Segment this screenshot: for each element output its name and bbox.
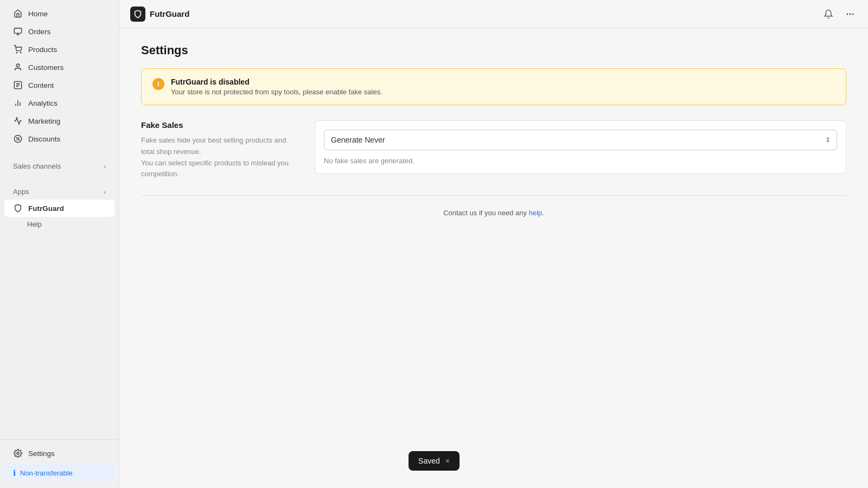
main-panel: FutrGuard Settings ! FutrGuard is disabl… bbox=[119, 0, 868, 488]
sidebar-item-orders[interactable]: Orders bbox=[4, 23, 114, 40]
content-area: Settings ! FutrGuard is disabled Your st… bbox=[119, 28, 868, 488]
no-fake-sales-text: No fake sales are generated. bbox=[324, 157, 837, 165]
sidebar-item-home-label: Home bbox=[28, 10, 48, 18]
toast-notification: Saved × bbox=[409, 451, 459, 471]
topbar-right bbox=[821, 7, 857, 21]
sidebar-item-home[interactable]: Home bbox=[4, 5, 114, 22]
svg-point-15 bbox=[16, 137, 17, 138]
sidebar-item-marketing-label: Marketing bbox=[28, 117, 60, 125]
page-title: Settings bbox=[141, 43, 846, 57]
fake-sales-description: Fake sales hide your best selling produc… bbox=[141, 135, 293, 180]
orders-icon bbox=[13, 27, 23, 36]
contact-period: . bbox=[542, 209, 544, 217]
toast-message: Saved bbox=[418, 457, 440, 465]
home-icon bbox=[13, 9, 23, 18]
apps-label: Apps bbox=[13, 188, 29, 196]
fake-sales-desc-line1: Fake sales hide your best selling produc… bbox=[141, 136, 286, 156]
sidebar-item-discounts-label: Discounts bbox=[28, 135, 60, 143]
warning-title: FutrGuard is disabled bbox=[171, 78, 382, 86]
fake-sales-title: Fake Sales bbox=[141, 120, 293, 130]
sidebar-item-marketing[interactable]: Marketing bbox=[4, 112, 114, 130]
sidebar-item-customers-label: Customers bbox=[28, 63, 63, 72]
sidebar-item-analytics-label: Analytics bbox=[28, 99, 58, 107]
sidebar-item-help[interactable]: Help bbox=[4, 217, 114, 231]
sales-channels-chevron-icon: › bbox=[104, 163, 106, 170]
sales-channels-label: Sales channels bbox=[13, 162, 61, 170]
sidebar-item-help-label: Help bbox=[27, 220, 42, 228]
sidebar-item-futrguard-label: FutrGuard bbox=[28, 204, 64, 213]
app-name: FutrGuard bbox=[150, 9, 189, 18]
fake-sales-card: Generate Never Generate Always Generate … bbox=[315, 120, 846, 174]
sidebar-item-customers[interactable]: Customers bbox=[4, 59, 114, 76]
discounts-icon bbox=[13, 134, 23, 144]
sales-channels-section[interactable]: Sales channels › bbox=[4, 159, 114, 174]
sidebar-item-settings[interactable]: Settings bbox=[4, 445, 114, 462]
svg-point-5 bbox=[16, 64, 19, 67]
svg-point-3 bbox=[16, 52, 17, 53]
generate-select-wrapper: Generate Never Generate Always Generate … bbox=[324, 130, 837, 150]
warning-banner: ! FutrGuard is disabled Your store is no… bbox=[141, 68, 846, 105]
apps-chevron-icon: › bbox=[104, 189, 106, 195]
fake-sales-desc-line2: You can select specific products to misl… bbox=[141, 159, 289, 178]
notification-button[interactable] bbox=[821, 7, 835, 21]
sidebar-item-analytics[interactable]: Analytics bbox=[4, 94, 114, 112]
generate-select[interactable]: Generate Never Generate Always Generate … bbox=[324, 130, 837, 150]
content-icon bbox=[13, 80, 23, 90]
sidebar-item-content[interactable]: Content bbox=[4, 76, 114, 94]
more-options-button[interactable] bbox=[843, 7, 857, 21]
svg-point-16 bbox=[18, 139, 19, 140]
non-transferable-badge[interactable]: ℹ Non-transferable bbox=[4, 464, 114, 481]
contact-help-link[interactable]: help bbox=[529, 209, 542, 217]
warning-text: Your store is not protected from spy too… bbox=[171, 88, 382, 96]
topbar-left: FutrGuard bbox=[130, 7, 189, 22]
apps-section-header[interactable]: Apps › bbox=[4, 184, 114, 199]
svg-rect-0 bbox=[14, 28, 21, 33]
warning-content: FutrGuard is disabled Your store is not … bbox=[171, 78, 382, 96]
futrguard-icon bbox=[13, 203, 23, 213]
products-icon bbox=[13, 44, 23, 54]
contact-text: Contact us if you need any help. bbox=[141, 209, 846, 217]
sidebar-item-products-label: Products bbox=[28, 46, 57, 54]
customers-icon bbox=[13, 62, 23, 72]
sidebar-item-content-label: Content bbox=[28, 81, 54, 89]
svg-point-18 bbox=[847, 14, 848, 15]
svg-point-17 bbox=[17, 452, 19, 454]
fake-sales-section: Fake Sales Fake sales hide your best sel… bbox=[141, 120, 846, 196]
svg-point-20 bbox=[853, 14, 854, 15]
non-transferable-label: Non-transferable bbox=[20, 469, 73, 477]
toast-close-button[interactable]: × bbox=[445, 457, 450, 465]
app-logo bbox=[130, 7, 145, 22]
warning-icon: ! bbox=[152, 78, 164, 90]
svg-point-19 bbox=[850, 14, 851, 15]
svg-point-4 bbox=[21, 52, 21, 53]
section-description: Fake Sales Fake sales hide your best sel… bbox=[141, 120, 293, 180]
sidebar-item-products[interactable]: Products bbox=[4, 41, 114, 58]
sidebar-item-settings-label: Settings bbox=[28, 450, 55, 458]
settings-icon bbox=[13, 448, 23, 458]
marketing-icon bbox=[13, 116, 23, 126]
section-controls: Generate Never Generate Always Generate … bbox=[315, 120, 846, 174]
contact-prefix: Contact us if you need any bbox=[443, 209, 529, 217]
sidebar: Home Orders Products bbox=[0, 0, 119, 488]
sidebar-item-discounts[interactable]: Discounts bbox=[4, 130, 114, 147]
analytics-icon bbox=[13, 98, 23, 108]
sidebar-item-futrguard[interactable]: FutrGuard bbox=[4, 200, 114, 217]
non-transferable-icon: ℹ bbox=[13, 468, 16, 477]
sidebar-item-orders-label: Orders bbox=[28, 28, 50, 36]
topbar: FutrGuard bbox=[119, 0, 868, 28]
